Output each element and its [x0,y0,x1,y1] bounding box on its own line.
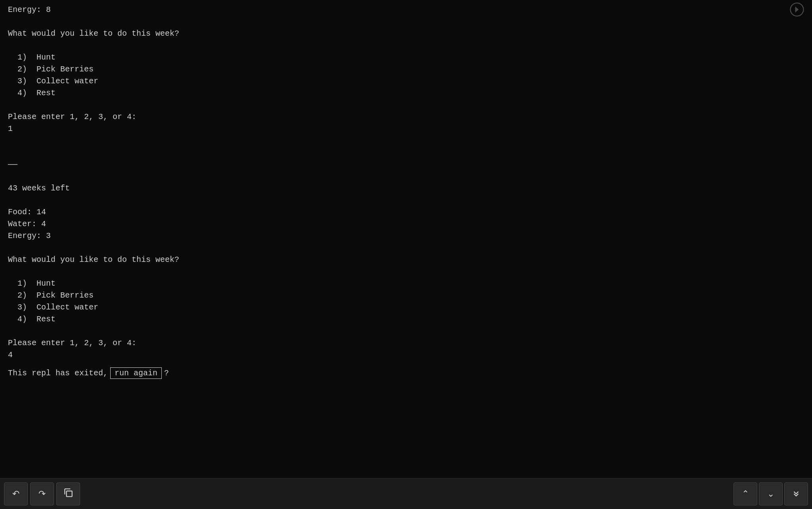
option1-2-line: 2) Pick Berries [8,63,804,75]
blank8 [8,242,804,254]
energy-initial-line: Energy: 8 [8,4,804,16]
chevron-down-icon: ⌄ [767,489,774,499]
option2-1-line: 1) Hunt [8,278,804,290]
bottom-toolbar: ↶ ↷ ⌃ ⌄ [0,478,812,509]
copy-icon [63,488,73,500]
forward-button[interactable]: ↷ [30,482,54,505]
exit-prefix: This repl has exited, [8,367,108,379]
replit-icon [790,2,804,17]
exit-line: This repl has exited, run again ? [8,367,804,379]
blank10 [8,325,804,337]
blank5 [8,147,804,159]
back-icon: ↶ [12,489,19,499]
blank9 [8,266,804,278]
option2-2-line: 2) Pick Berries [8,290,804,302]
blank7 [8,194,804,206]
food-line: Food: 14 [8,206,804,218]
input2-line: 4 [8,349,804,361]
energy2-line: Energy: 3 [8,230,804,242]
forward-icon: ↷ [38,489,46,499]
svg-rect-1 [67,491,72,496]
prompt1-line: Please enter 1, 2, 3, or 4: [8,111,804,123]
blank2 [8,40,804,52]
option2-4-line: 4) Rest [8,313,804,325]
blank4 [8,135,804,147]
toolbar-left-group: ↶ ↷ [4,482,80,505]
blank3 [8,99,804,111]
scroll-down-button[interactable]: ⌄ [759,482,783,505]
input1-line: 1 [8,123,804,135]
option1-1-line: 1) Hunt [8,52,804,63]
terminal-output: Energy: 8 What would you like to do this… [0,0,812,477]
run-again-button[interactable]: run again [110,367,162,379]
blank6 [8,171,804,182]
question1-line: What would you like to do this week? [8,28,804,40]
back-button[interactable]: ↶ [4,482,28,505]
chevron-double-down-icon [792,488,801,499]
copy-button[interactable] [56,482,80,505]
weeks-left-line: 43 weeks left [8,182,804,194]
question2-line: What would you like to do this week? [8,254,804,266]
option1-4-line: 4) Rest [8,87,804,99]
chevron-up-icon: ⌃ [742,489,749,499]
separator-line: —— [8,159,804,171]
option2-3-line: 3) Collect water [8,302,804,313]
water-line: Water: 4 [8,218,804,230]
prompt2-line: Please enter 1, 2, 3, or 4: [8,337,804,349]
scroll-up-button[interactable]: ⌃ [733,482,757,505]
scroll-bottom-button[interactable] [784,482,808,505]
blank1 [8,16,804,28]
exit-suffix: ? [164,367,169,379]
toolbar-right-group: ⌃ ⌄ [733,482,808,505]
option1-3-line: 3) Collect water [8,75,804,87]
